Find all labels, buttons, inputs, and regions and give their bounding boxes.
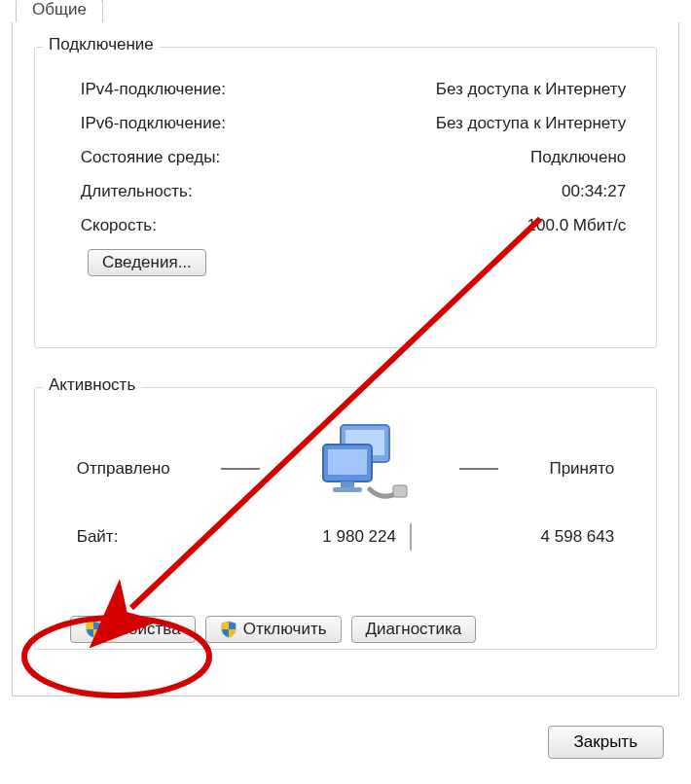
diagnose-button-label: Диагностика <box>366 620 462 639</box>
row-speed-label: Скорость: <box>81 216 157 235</box>
sent-label: Отправлено <box>77 459 170 479</box>
details-button-label: Сведения... <box>102 253 192 272</box>
row-media-state-label: Состояние среды: <box>81 148 220 167</box>
row-ipv4-value: Без доступа к Интернету <box>436 80 627 99</box>
properties-button[interactable]: Свойства <box>70 616 196 643</box>
shield-icon <box>220 621 237 638</box>
row-ipv6: IPv6-подключение: Без доступа к Интернет… <box>48 107 644 141</box>
tab-general-label: Общие <box>32 0 87 18</box>
row-ipv6-label: IPv6-подключение: <box>81 114 226 133</box>
tab-strip: Общие <box>12 0 679 23</box>
close-button-label: Закрыть <box>574 732 637 751</box>
group-connection: Подключение IPv4-подключение: Без доступ… <box>34 47 657 348</box>
row-ipv4-label: IPv4-подключение: <box>81 80 226 99</box>
dash-right <box>459 468 498 470</box>
bytes-label: Байт: <box>77 527 194 547</box>
row-speed-value: 100.0 Мбит/с <box>527 216 627 235</box>
svg-rect-3 <box>328 449 367 475</box>
bytes-recv-value: 4 598 643 <box>412 527 614 547</box>
row-media-state-value: Подключено <box>530 148 626 167</box>
svg-rect-5 <box>333 487 362 492</box>
row-media-state: Состояние среды: Подключено <box>48 141 644 175</box>
dash-left <box>221 468 260 470</box>
disable-button-label: Отключить <box>243 620 327 639</box>
svg-rect-6 <box>393 485 407 497</box>
group-activity: Активность Отправлено <box>34 387 657 650</box>
row-duration-label: Длительность: <box>81 182 193 201</box>
properties-button-label: Свойства <box>108 620 181 639</box>
tab-general[interactable]: Общие <box>16 0 103 23</box>
row-duration-value: 00:34:27 <box>562 182 626 201</box>
recv-label: Принято <box>549 459 614 479</box>
network-computers-icon <box>311 423 409 516</box>
row-ipv6-value: Без доступа к Интернету <box>436 114 627 133</box>
close-button[interactable]: Закрыть <box>548 726 664 759</box>
svg-rect-4 <box>341 481 354 487</box>
details-button[interactable]: Сведения... <box>88 249 206 276</box>
disable-button[interactable]: Отключить <box>205 616 342 643</box>
row-ipv4: IPv4-подключение: Без доступа к Интернет… <box>48 73 644 107</box>
diagnose-button[interactable]: Диагностика <box>351 616 477 643</box>
bytes-sent-value: 1 980 224 <box>194 527 410 547</box>
group-activity-title: Активность <box>43 375 141 395</box>
row-speed: Скорость: 100.0 Мбит/с <box>48 209 644 243</box>
group-connection-title: Подключение <box>43 35 160 54</box>
shield-icon <box>85 621 102 638</box>
dialog-panel: Подключение IPv4-подключение: Без доступ… <box>12 22 679 696</box>
row-duration: Длительность: 00:34:27 <box>48 175 644 209</box>
